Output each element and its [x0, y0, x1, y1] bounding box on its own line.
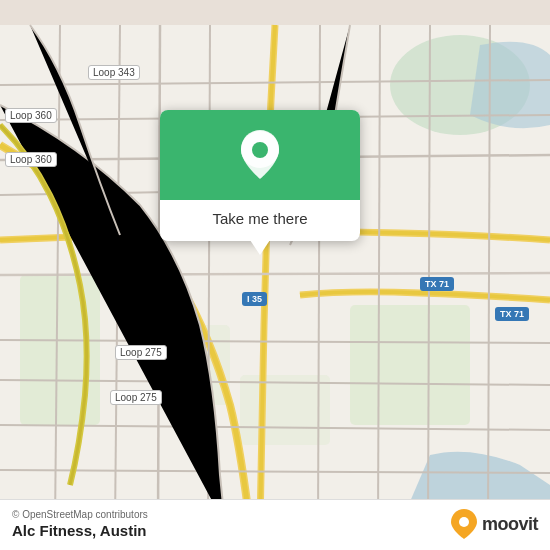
- label-loop-360-top: Loop 360: [5, 108, 57, 123]
- bottom-bar: © OpenStreetMap contributors Alc Fitness…: [0, 499, 550, 550]
- moovit-pin-icon: [450, 508, 478, 540]
- map-roads: [0, 0, 550, 550]
- moovit-text: moovit: [482, 514, 538, 535]
- moovit-logo[interactable]: moovit: [450, 508, 538, 540]
- map-container: Loop 343 Loop 360 Loop 360 I 35 TX 71 TX…: [0, 0, 550, 550]
- label-i35: I 35: [242, 292, 267, 306]
- location-pin-icon: [239, 129, 281, 181]
- label-loop-275-top: Loop 275: [115, 345, 167, 360]
- popup-card: Take me there: [160, 110, 360, 241]
- label-tx71: TX 71: [420, 277, 454, 291]
- label-loop-360-mid: Loop 360: [5, 152, 57, 167]
- bottom-left: © OpenStreetMap contributors Alc Fitness…: [12, 509, 148, 539]
- location-name: Alc Fitness, Austin: [12, 522, 148, 539]
- label-tx71-2: TX 71: [495, 307, 529, 321]
- attribution-text: © OpenStreetMap contributors: [12, 509, 148, 520]
- svg-point-24: [252, 142, 268, 158]
- label-loop-343: Loop 343: [88, 65, 140, 80]
- label-loop-275-bot: Loop 275: [110, 390, 162, 405]
- svg-rect-2: [350, 305, 470, 425]
- svg-point-25: [459, 517, 469, 527]
- svg-rect-5: [240, 375, 330, 445]
- take-me-there-button[interactable]: Take me there: [160, 200, 360, 241]
- popup-header: [160, 110, 360, 200]
- popup-tail: [250, 240, 270, 255]
